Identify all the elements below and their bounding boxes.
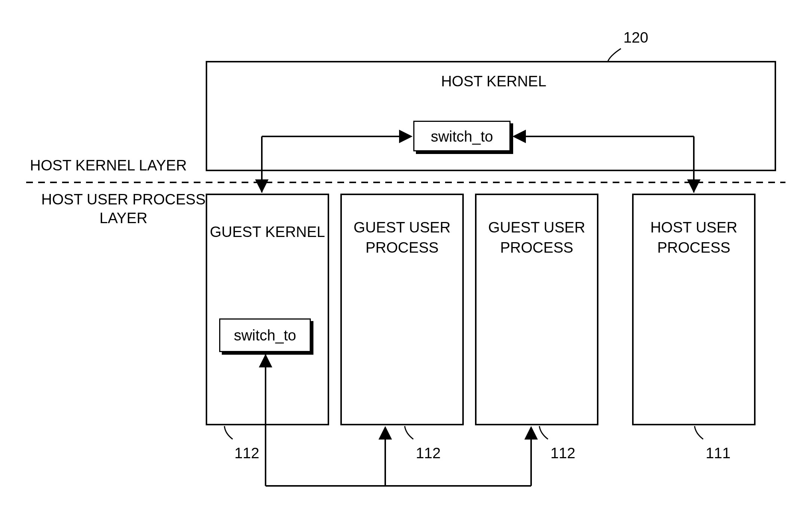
diagram-canvas: HOST KERNEL 120 switch_to HOST KERNEL LA… <box>0 0 812 524</box>
arrows <box>0 0 812 524</box>
